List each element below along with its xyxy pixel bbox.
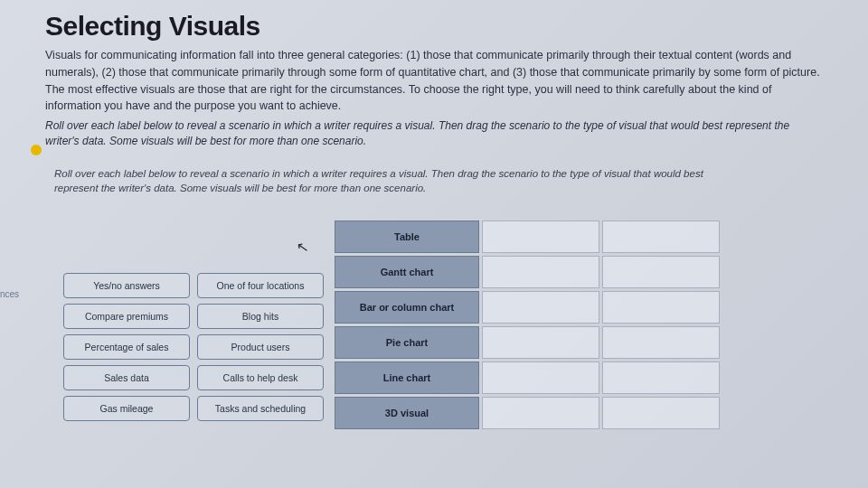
drop-zone[interactable] bbox=[602, 256, 720, 288]
intro-paragraph: Visuals for communicating information fa… bbox=[45, 47, 823, 115]
drop-zone[interactable] bbox=[482, 361, 599, 394]
drop-zone[interactable] bbox=[482, 256, 599, 288]
page-title: Selecting Visuals bbox=[45, 11, 841, 42]
scenario-grid: Yes/no answers One of four locations Com… bbox=[63, 273, 324, 421]
target-gantt[interactable]: Gantt chart bbox=[335, 256, 479, 288]
edge-cutoff-text: nces bbox=[0, 289, 19, 299]
target-bar[interactable]: Bar or column chart bbox=[335, 291, 479, 324]
instruction-secondary: Roll over each label below to reveal a s… bbox=[54, 166, 741, 195]
target-row: 3D visual bbox=[335, 397, 720, 429]
drag-activity: Yes/no answers One of four locations Com… bbox=[63, 221, 841, 429]
scenario-chip[interactable]: Calls to help desk bbox=[197, 365, 324, 390]
bullet-marker bbox=[31, 145, 42, 155]
target-row: Gantt chart bbox=[335, 256, 720, 288]
target-row: Bar or column chart bbox=[335, 291, 720, 324]
drop-zone[interactable] bbox=[482, 221, 599, 253]
target-line[interactable]: Line chart bbox=[335, 361, 479, 394]
target-table[interactable]: Table bbox=[335, 221, 479, 253]
target-pie[interactable]: Pie chart bbox=[335, 326, 479, 359]
scenario-chip[interactable]: Yes/no answers bbox=[63, 273, 190, 298]
drop-zone[interactable] bbox=[482, 326, 599, 359]
scenario-chip[interactable]: Sales data bbox=[63, 365, 190, 390]
drop-zone[interactable] bbox=[602, 291, 720, 324]
scenario-chip[interactable]: Compare premiums bbox=[63, 304, 190, 329]
target-row: Line chart bbox=[335, 361, 720, 394]
scenario-chip[interactable]: One of four locations bbox=[197, 273, 324, 298]
target-row: Table bbox=[335, 221, 720, 253]
drop-zone[interactable] bbox=[602, 361, 720, 394]
scenario-chip[interactable]: Tasks and scheduling bbox=[197, 396, 324, 421]
target-3d[interactable]: 3D visual bbox=[335, 397, 479, 429]
instruction-primary: Roll over each label below to reveal a s… bbox=[45, 118, 823, 150]
target-row: Pie chart bbox=[335, 326, 720, 359]
drop-zone[interactable] bbox=[602, 397, 720, 429]
drop-zone[interactable] bbox=[602, 326, 720, 359]
drop-zone[interactable] bbox=[482, 397, 599, 429]
scenario-chip[interactable]: Percentage of sales bbox=[63, 334, 190, 360]
drop-zone[interactable] bbox=[602, 221, 720, 253]
scenario-chip[interactable]: Blog hits bbox=[197, 304, 324, 329]
scenario-chip[interactable]: Product users bbox=[197, 334, 324, 360]
scenario-chip[interactable]: Gas mileage bbox=[63, 396, 190, 421]
drop-zone[interactable] bbox=[482, 291, 599, 324]
target-column: Table Gantt chart Bar or column chart Pi… bbox=[335, 221, 720, 429]
